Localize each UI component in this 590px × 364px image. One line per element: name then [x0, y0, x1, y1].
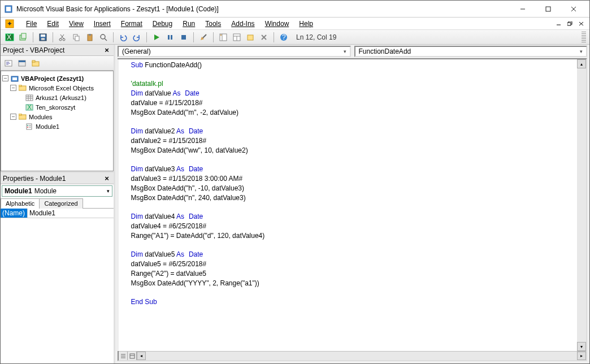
- svg-rect-76: [130, 354, 135, 358]
- tree-toggle-icon[interactable]: –: [2, 75, 8, 81]
- scroll-up-button[interactable]: ▴: [577, 59, 586, 68]
- svg-rect-18: [41, 34, 45, 37]
- menu-insert[interactable]: Insert: [89, 19, 116, 29]
- tab-categorized[interactable]: Categorized: [39, 198, 83, 209]
- svg-point-69: [27, 125, 28, 126]
- title-bar: Microsoft Visual Basic for Applications …: [1, 1, 589, 18]
- menu-debug[interactable]: Debug: [148, 19, 177, 29]
- menu-tools[interactable]: Tools: [200, 19, 226, 29]
- svg-rect-10: [567, 23, 571, 25]
- cut-button[interactable]: [57, 32, 68, 43]
- property-row[interactable]: (Name) Module1: [1, 209, 114, 218]
- svg-line-29: [105, 38, 107, 41]
- undo-button[interactable]: [118, 32, 129, 43]
- properties-object-selector[interactable]: Module1 Module ▾: [2, 185, 112, 197]
- help-button[interactable]: ?: [278, 32, 289, 43]
- minimize-button[interactable]: [510, 1, 535, 17]
- svg-rect-56: [12, 77, 17, 80]
- tree-toggle-icon[interactable]: –: [10, 114, 16, 120]
- standard-toolbar: X ? Ln 12, Col 19: [1, 30, 589, 45]
- svg-rect-32: [171, 35, 172, 40]
- tree-modules-folder[interactable]: – Modules: [2, 112, 112, 122]
- menu-format[interactable]: Format: [116, 19, 148, 29]
- close-button[interactable]: [561, 1, 586, 17]
- tree-excel-folder[interactable]: – Microsoft Excel Objects: [2, 83, 112, 93]
- menu-file[interactable]: File: [21, 19, 42, 29]
- view-excel-button[interactable]: X: [4, 32, 15, 43]
- tree-toggle-icon[interactable]: –: [10, 85, 16, 91]
- scroll-down-button[interactable]: ▾: [577, 342, 586, 351]
- svg-rect-59: [26, 95, 33, 101]
- find-button[interactable]: [98, 32, 109, 43]
- scroll-left-button[interactable]: ◂: [137, 352, 146, 360]
- tree-workbook[interactable]: X Ten_skoroszyt: [2, 102, 112, 112]
- menu-run[interactable]: Run: [177, 19, 200, 29]
- run-button[interactable]: [151, 32, 162, 43]
- project-panel-close-button[interactable]: ×: [102, 46, 111, 55]
- window-title: Microsoft Visual Basic for Applications …: [16, 5, 510, 13]
- copy-button[interactable]: [71, 32, 82, 43]
- project-panel-title: Project - VBAProject: [3, 46, 102, 54]
- toggle-folders-button[interactable]: [30, 58, 41, 69]
- svg-rect-52: [19, 60, 25, 62]
- project-icon: [10, 75, 19, 83]
- view-code-button[interactable]: [3, 58, 14, 69]
- property-name-cell: (Name): [1, 209, 28, 218]
- project-tree[interactable]: – VBAProject (Zeszyt1) – Microsoft Excel…: [1, 71, 114, 171]
- chevron-down-icon: ▾: [580, 49, 583, 54]
- save-button[interactable]: [37, 32, 49, 43]
- mdi-minimize-button[interactable]: [554, 20, 563, 28]
- insert-button[interactable]: [18, 32, 29, 43]
- object-browser-button[interactable]: [245, 32, 256, 43]
- chevron-down-icon: ▾: [344, 49, 346, 54]
- maximize-button[interactable]: [535, 1, 561, 17]
- object-dropdown[interactable]: (General) ▾: [118, 46, 351, 57]
- tab-alphabetic[interactable]: Alphabetic: [1, 198, 40, 209]
- worksheet-icon: [25, 94, 34, 102]
- full-module-view-button[interactable]: [128, 352, 137, 360]
- redo-button[interactable]: [131, 32, 142, 43]
- vertical-scrollbar[interactable]: ▴ ▾: [577, 59, 586, 351]
- design-mode-button[interactable]: [198, 32, 209, 43]
- tree-module[interactable]: Module1: [2, 122, 112, 131]
- svg-text:?: ?: [282, 33, 286, 41]
- procedure-dropdown[interactable]: FunctionDateAdd ▾: [354, 46, 588, 57]
- toolbox-button[interactable]: [258, 32, 270, 43]
- project-panel-header: Project - VBAProject ×: [1, 45, 114, 56]
- reset-button[interactable]: [178, 32, 189, 43]
- svg-rect-1: [6, 7, 11, 11]
- code-text-area[interactable]: Sub FunctionDateAdd() 'datatalk.pl Dim d…: [119, 59, 586, 351]
- svg-text:X: X: [7, 33, 11, 41]
- project-explorer-button[interactable]: [218, 32, 229, 43]
- menu-addins[interactable]: Add-Ins: [226, 19, 259, 29]
- margin-indicator: [116, 59, 119, 351]
- horizontal-scrollbar[interactable]: ◂ ▸: [137, 352, 586, 360]
- scroll-right-button[interactable]: ▸: [577, 352, 586, 360]
- svg-rect-67: [19, 114, 21, 115]
- properties-panel-header: Properties - Module1 ×: [1, 173, 114, 184]
- svg-rect-38: [220, 34, 222, 36]
- svg-rect-42: [248, 35, 253, 40]
- property-value-cell[interactable]: Module1: [28, 209, 114, 218]
- mdi-close-button[interactable]: [577, 20, 586, 28]
- tree-sheet[interactable]: Arkusz1 (Arkusz1): [2, 93, 112, 102]
- mdi-restore-button[interactable]: [566, 20, 575, 28]
- tree-root[interactable]: – VBAProject (Zeszyt1): [2, 73, 112, 83]
- svg-marker-30: [154, 34, 159, 40]
- code-editor[interactable]: Sub FunctionDateAdd() 'datatalk.pl Dim d…: [118, 58, 587, 361]
- procedure-view-button[interactable]: [119, 352, 128, 360]
- folder-icon: [18, 113, 27, 121]
- menu-help[interactable]: Help: [294, 19, 318, 29]
- cursor-position-status: Ln 12, Col 19: [296, 33, 336, 41]
- view-object-button[interactable]: [16, 58, 28, 69]
- break-button[interactable]: [164, 32, 176, 43]
- menu-view[interactable]: View: [64, 19, 89, 29]
- paste-button[interactable]: [84, 32, 96, 43]
- properties-panel-close-button[interactable]: ×: [102, 174, 111, 183]
- properties-window-button[interactable]: [231, 32, 242, 43]
- chevron-down-icon: ▾: [107, 188, 110, 194]
- menu-edit[interactable]: Edit: [42, 19, 64, 29]
- vba-logo-icon: ✦: [4, 18, 15, 29]
- properties-grid[interactable]: (Name) Module1: [1, 209, 114, 363]
- menu-window[interactable]: Window: [260, 19, 294, 29]
